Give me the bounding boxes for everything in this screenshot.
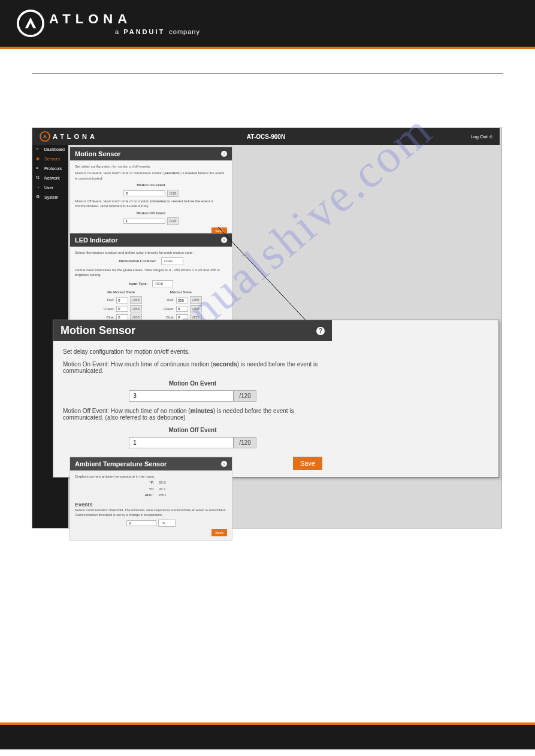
- zoom-off-label: Motion Off Event: [63, 427, 322, 433]
- motion-sensor-card-zoom: Motion Sensor ? Set delay configuration …: [53, 320, 499, 478]
- no-motion-green[interactable]: [116, 306, 128, 312]
- system-icon: ⚙: [36, 195, 41, 199]
- zoom-off-desc: Motion Off Event: How much time of no mo…: [63, 408, 322, 421]
- led-indicator-card: LED Indicator? Select illumination locat…: [69, 233, 232, 327]
- motion-off-input[interactable]: [129, 437, 234, 448]
- sensor-icon: ◉: [36, 156, 41, 161]
- app-header: ATLONA AT-OCS-900N Log Out ⎋: [32, 128, 500, 145]
- events-desc: Sensor communication threshold. The mini…: [75, 508, 227, 517]
- motion-on-desc: Motion On Event: How much time of contin…: [75, 171, 227, 181]
- home-icon: ⌂: [36, 147, 41, 151]
- sidebar-item-network[interactable]: ⇆Network: [32, 174, 68, 182]
- motion-title: Motion State: [160, 290, 202, 294]
- help-icon[interactable]: ?: [316, 327, 325, 335]
- network-icon: ⇆: [36, 175, 41, 180]
- card-header: Motion Sensor ?: [70, 147, 232, 160]
- temp-adc-value: 1851: [158, 493, 166, 497]
- doc-header: ATLONA a PANDUIT company: [0, 0, 535, 49]
- card-header: Motion Sensor ?: [53, 320, 332, 341]
- card-intro: Set delay configuration for motion on/of…: [75, 164, 227, 169]
- motion-green[interactable]: [176, 306, 188, 312]
- brand-name: ATLONA: [49, 11, 200, 27]
- motion-on-suffix: /120: [234, 390, 256, 402]
- motion-on-label: Motion On Event: [75, 183, 227, 187]
- card-title: Motion Sensor: [61, 324, 135, 337]
- motion-on-input[interactable]: [129, 390, 234, 402]
- logout-icon: ⎋: [489, 134, 492, 139]
- temp-f-value: 93.8: [159, 480, 166, 485]
- motion-sensor-card-small: Motion Sensor ? Set delay configuration …: [69, 147, 232, 239]
- atlona-logo-icon: [17, 10, 44, 37]
- brand-subline: a PANDUIT company: [115, 28, 200, 35]
- motion-off-desc: Motion Off Event: How much time of no mo…: [75, 199, 227, 209]
- threshold-input[interactable]: [126, 520, 156, 526]
- threshold-unit-select[interactable]: °F: [158, 520, 175, 527]
- sidebar-item-protocols[interactable]: ≡Protocols: [32, 164, 68, 172]
- illumination-location-select[interactable]: Outer: [161, 257, 183, 265]
- ambient-temp-card: Ambient Temperature Sensor? Displays cur…: [69, 457, 232, 541]
- app-brand: ATLONA: [40, 131, 98, 142]
- led-intro: Select illumination location and define …: [75, 250, 227, 255]
- help-icon[interactable]: ?: [221, 151, 227, 157]
- doc-footer: [0, 722, 535, 749]
- app-model: AT-OCS-900N: [247, 133, 285, 140]
- sidebar-item-system[interactable]: ⚙System: [32, 193, 68, 201]
- motion-red[interactable]: [176, 297, 188, 303]
- no-motion-red[interactable]: [116, 297, 128, 303]
- input-type-select[interactable]: RGB: [152, 280, 173, 287]
- help-icon[interactable]: ?: [221, 237, 227, 243]
- stack-icon: ≡: [36, 166, 41, 171]
- sidebar-item-user[interactable]: →User: [32, 183, 68, 192]
- user-icon: →: [36, 185, 41, 190]
- atlona-logo-text: ATLONA a PANDUIT company: [49, 11, 200, 35]
- sidebar-item-dashboard[interactable]: ⌂Dashboard: [32, 145, 68, 153]
- no-motion-title: No Motion State: [100, 290, 142, 294]
- svg-point-0: [18, 11, 43, 36]
- motion-off-suffix: /120: [234, 437, 256, 448]
- zoom-intro: Set delay configuration for motion on/of…: [63, 348, 322, 355]
- motion-on-input[interactable]: [123, 190, 165, 196]
- sidebar-item-sensors[interactable]: ◉Sensors: [32, 154, 68, 163]
- temp-c-value: 33.7: [159, 487, 166, 491]
- logout-button[interactable]: Log Out ⎋: [471, 134, 492, 139]
- events-title: Events: [75, 501, 227, 509]
- help-icon[interactable]: ?: [221, 461, 227, 467]
- motion-off-input[interactable]: [123, 218, 165, 224]
- zoom-on-label: Motion On Event: [63, 380, 322, 387]
- save-button[interactable]: Save: [293, 457, 322, 470]
- save-button[interactable]: Save: [211, 529, 227, 536]
- section-divider: [32, 73, 503, 74]
- ui-screenshot: ATLONA AT-OCS-900N Log Out ⎋ ⌂Dashboard …: [32, 127, 502, 529]
- ambient-intro: Displays current ambient temperature in …: [75, 474, 227, 479]
- led-desc: Define color intensities for the given s…: [75, 268, 227, 278]
- zoom-on-desc: Motion On Event: How much time of contin…: [63, 361, 322, 374]
- motion-off-label: Motion Off Event: [75, 211, 227, 215]
